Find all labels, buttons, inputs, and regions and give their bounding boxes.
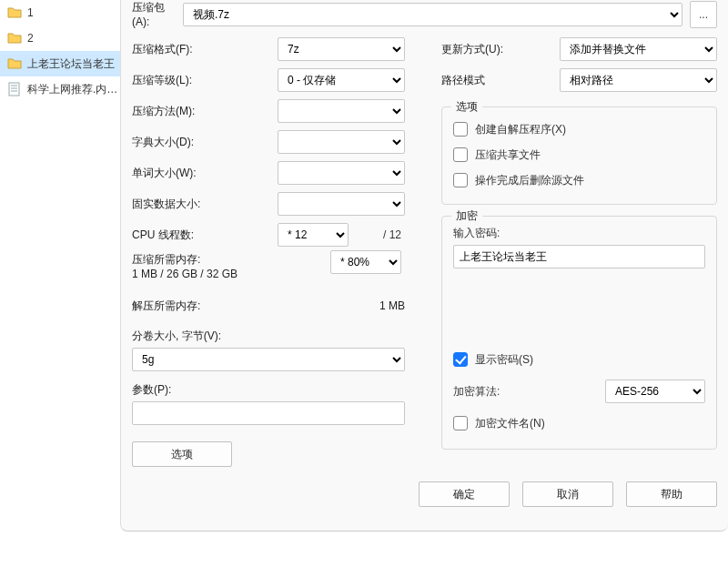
encrypt-group: 加密 输入密码: 显示密码(S) 加密算法: AES-256 加密文件名(N) [441,216,717,450]
folder-icon [7,56,22,71]
level-label: 压缩等级(L): [132,73,268,88]
volume-select[interactable]: 5g [132,348,405,371]
compress-dialog: 压缩包(A): 视频.7z ... 压缩格式(F): 7z 压缩等级(L): 0… [120,0,728,532]
checkbox-icon [453,147,468,162]
checkbox-icon [453,416,468,430]
word-label: 单词大小(W): [132,166,268,181]
delete-after-label: 操作完成后删除源文件 [475,173,584,188]
method-label: 压缩方法(M): [132,104,268,119]
tree-item-folder[interactable]: 上老王论坛当老王 [0,51,120,76]
encrypt-names-label: 加密文件名(N) [475,416,545,431]
folder-icon [7,31,22,46]
file-tree: 1 2 上老王论坛当老王 科学上网推荐.内… [0,0,120,567]
archive-name-select[interactable]: 视频.7z [183,3,682,26]
solid-select[interactable] [278,192,405,216]
encrypt-names-row[interactable]: 加密文件名(N) [453,410,705,436]
options-group-title: 选项 [451,99,482,115]
decompress-mem-value: 1 MB [278,299,405,312]
tree-label: 科学上网推荐.内… [27,82,117,97]
options-button[interactable]: 选项 [132,441,232,467]
tree-label: 1 [27,6,34,19]
update-label: 更新方式(U): [441,42,551,57]
encrypt-group-title: 加密 [451,208,482,224]
checkbox-checked-icon [453,352,468,367]
algo-label: 加密算法: [453,384,500,400]
threads-label: CPU 线程数: [132,228,268,243]
level-select[interactable]: 0 - 仅存储 [278,68,405,92]
method-select[interactable] [278,99,405,123]
format-select[interactable]: 7z [278,37,405,61]
folder-icon [7,5,22,20]
dict-label: 字典大小(D): [132,135,268,150]
volume-label: 分卷大小, 字节(V): [132,329,405,344]
delete-after-checkbox-row[interactable]: 操作完成后删除源文件 [453,167,705,193]
tree-item-1[interactable]: 1 [0,0,120,25]
tree-label: 上老王论坛当老王 [27,56,115,72]
options-group: 选项 创建自解压程序(X) 压缩共享文件 操作完成后删除源文件 [441,106,717,205]
checkbox-icon [453,173,468,187]
checkbox-icon [453,122,468,137]
browse-button[interactable]: ... [690,1,717,28]
sfx-checkbox-row[interactable]: 创建自解压程序(X) [453,116,705,142]
threads-select[interactable]: * 12 [278,223,349,247]
cancel-button[interactable]: 取消 [522,481,613,507]
shared-label: 压缩共享文件 [475,147,541,163]
compress-mem-label: 压缩所需内存: [132,252,268,268]
word-select[interactable] [278,161,405,185]
password-label: 输入密码: [453,226,705,241]
algo-select[interactable]: AES-256 [605,380,705,403]
help-button[interactable]: 帮助 [626,481,717,507]
svg-rect-0 [9,83,19,96]
file-icon [7,82,22,96]
browse-label: ... [699,8,708,21]
tree-label: 2 [27,32,34,45]
path-select[interactable]: 相对路径 [560,68,717,92]
format-label: 压缩格式(F): [132,42,268,57]
path-label: 路径模式 [441,73,551,88]
compress-mem-value: 1 MB / 26 GB / 32 GB [132,268,268,280]
password-input[interactable] [453,245,705,268]
archive-label: 压缩包(A): [132,0,176,28]
ok-button[interactable]: 确定 [419,481,510,507]
tree-item-file[interactable]: 科学上网推荐.内… [0,76,120,102]
right-column: 更新方式(U): 添加并替换文件 路径模式 相对路径 选项 创建自解压程序(X)… [441,34,717,467]
percent-select[interactable]: * 80% [330,250,401,274]
params-input[interactable] [132,401,405,425]
threads-total: / 12 [354,228,401,241]
sfx-label: 创建自解压程序(X) [475,122,566,137]
solid-label: 固实数据大小: [132,197,268,212]
decompress-mem-label: 解压所需内存: [132,299,268,314]
dialog-buttons: 确定 取消 帮助 [132,481,717,507]
dict-select[interactable] [278,130,405,154]
update-select[interactable]: 添加并替换文件 [560,37,717,61]
show-password-label: 显示密码(S) [475,352,533,368]
left-column: 压缩格式(F): 7z 压缩等级(L): 0 - 仅存储 压缩方法(M): 字典… [132,34,405,467]
params-label: 参数(P): [132,382,405,398]
show-password-row[interactable]: 显示密码(S) [453,347,705,372]
shared-checkbox-row[interactable]: 压缩共享文件 [453,142,705,167]
tree-item-2[interactable]: 2 [0,25,120,51]
